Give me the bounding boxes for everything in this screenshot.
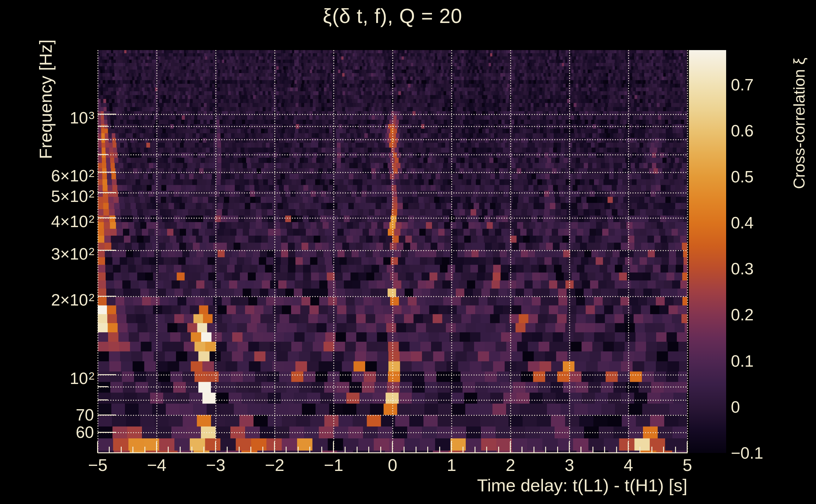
x-minor-tick bbox=[557, 447, 558, 453]
colorbar-tick-label: 0.1 bbox=[731, 352, 754, 370]
cross-correlation-spectrogram-figure: −5−4−3−2−10123451036×1025×1024×1023×1022… bbox=[0, 0, 816, 504]
x-minor-tick bbox=[463, 447, 463, 453]
y-minor-tick bbox=[98, 399, 108, 400]
x-major-tick bbox=[274, 442, 275, 453]
x-minor-tick bbox=[321, 447, 322, 453]
x-gridline bbox=[156, 50, 157, 453]
x-minor-tick bbox=[109, 447, 110, 453]
colorbar-tick-label: 0.2 bbox=[731, 305, 754, 324]
x-minor-tick bbox=[427, 447, 428, 453]
x-gridline bbox=[97, 50, 98, 453]
x-tick-label: 0 bbox=[364, 456, 421, 474]
y-gridline bbox=[98, 387, 687, 387]
x-minor-tick bbox=[616, 447, 617, 453]
x-major-tick bbox=[97, 442, 98, 453]
x-minor-tick bbox=[498, 447, 499, 453]
y-gridline bbox=[98, 154, 687, 155]
x-minor-tick bbox=[309, 447, 310, 453]
x-tick-label: −5 bbox=[69, 456, 126, 474]
x-major-tick bbox=[687, 442, 688, 453]
x-minor-tick bbox=[404, 447, 405, 453]
x-minor-tick bbox=[250, 447, 251, 453]
x-minor-tick bbox=[533, 447, 534, 453]
x-minor-tick bbox=[545, 447, 546, 453]
x-minor-tick bbox=[345, 447, 346, 453]
x-minor-tick bbox=[286, 447, 287, 453]
y-gridline bbox=[98, 432, 687, 433]
x-major-tick bbox=[628, 442, 629, 453]
x-minor-tick bbox=[132, 447, 133, 453]
y-major-tick bbox=[98, 250, 116, 251]
y-tick-label: 103 bbox=[18, 104, 94, 124]
y-major-tick bbox=[98, 217, 116, 218]
y-major-tick bbox=[98, 114, 116, 115]
x-minor-tick bbox=[144, 447, 145, 453]
colorbar bbox=[689, 50, 726, 453]
x-tick-label: 2 bbox=[482, 456, 539, 474]
y-minor-tick bbox=[98, 139, 108, 140]
x-tick-label: −3 bbox=[187, 456, 244, 474]
y-axis-title: Frequency [Hz] bbox=[35, 39, 56, 159]
y-gridline bbox=[98, 139, 687, 140]
y-major-tick bbox=[98, 296, 116, 297]
x-tick-label: −4 bbox=[128, 456, 185, 474]
x-minor-tick bbox=[121, 447, 122, 453]
y-gridline bbox=[98, 400, 687, 401]
x-minor-tick bbox=[652, 447, 652, 453]
x-gridline bbox=[569, 50, 570, 453]
x-minor-tick bbox=[604, 447, 605, 453]
x-gridline bbox=[392, 50, 393, 453]
y-gridline bbox=[98, 114, 687, 115]
y-gridline bbox=[98, 415, 687, 416]
x-major-tick bbox=[156, 442, 157, 453]
x-minor-tick bbox=[203, 447, 204, 453]
x-gridline bbox=[274, 50, 275, 453]
y-tick-label: 60 bbox=[18, 422, 94, 442]
y-tick-label: 6×102 bbox=[18, 162, 94, 182]
x-gridline bbox=[510, 50, 511, 453]
x-tick-label: 1 bbox=[423, 456, 480, 474]
x-minor-tick bbox=[640, 447, 641, 453]
x-minor-tick bbox=[191, 447, 192, 453]
y-minor-tick bbox=[98, 386, 108, 387]
y-tick-label: 2×102 bbox=[18, 286, 94, 306]
x-minor-tick bbox=[663, 447, 664, 453]
x-minor-tick bbox=[439, 447, 440, 453]
x-minor-tick bbox=[298, 447, 299, 453]
y-major-tick bbox=[98, 415, 116, 415]
x-tick-label: −2 bbox=[246, 456, 303, 474]
x-minor-tick bbox=[675, 447, 676, 453]
x-minor-tick bbox=[168, 447, 169, 453]
y-gridline bbox=[98, 172, 687, 173]
x-minor-tick bbox=[592, 447, 593, 453]
x-gridline bbox=[216, 50, 216, 453]
x-gridline bbox=[687, 50, 688, 453]
y-gridline bbox=[98, 250, 687, 251]
x-minor-tick bbox=[368, 447, 369, 453]
x-gridline bbox=[451, 50, 452, 453]
x-minor-tick bbox=[380, 447, 381, 453]
x-axis-title: Time delay: t(L1) - t(H1) [s] bbox=[477, 475, 687, 495]
y-major-tick bbox=[98, 374, 116, 375]
x-tick-label: 4 bbox=[600, 456, 657, 474]
y-tick-label: 4×102 bbox=[18, 208, 94, 228]
y-major-tick bbox=[98, 172, 116, 173]
x-minor-tick bbox=[521, 447, 522, 453]
colorbar-title: Cross-correlation ξ bbox=[790, 58, 808, 189]
y-gridline bbox=[98, 126, 687, 127]
x-minor-tick bbox=[227, 447, 228, 453]
y-tick-label: 5×102 bbox=[18, 182, 94, 203]
colorbar-tick-label: 0.6 bbox=[731, 121, 754, 140]
y-gridline bbox=[98, 218, 687, 219]
y-tick-label: 102 bbox=[18, 364, 94, 385]
y-minor-tick bbox=[98, 154, 108, 155]
x-minor-tick bbox=[239, 447, 240, 453]
x-major-tick bbox=[510, 442, 511, 453]
colorbar-tick-label: 0 bbox=[731, 398, 740, 416]
x-minor-tick bbox=[580, 447, 581, 453]
x-major-tick bbox=[569, 442, 570, 453]
colorbar-tick-label: 0.3 bbox=[731, 259, 754, 278]
x-major-tick bbox=[333, 442, 334, 453]
y-tick-label: 3×102 bbox=[18, 240, 94, 260]
figure-title: ξ(δ t, f), Q = 20 bbox=[98, 4, 687, 28]
